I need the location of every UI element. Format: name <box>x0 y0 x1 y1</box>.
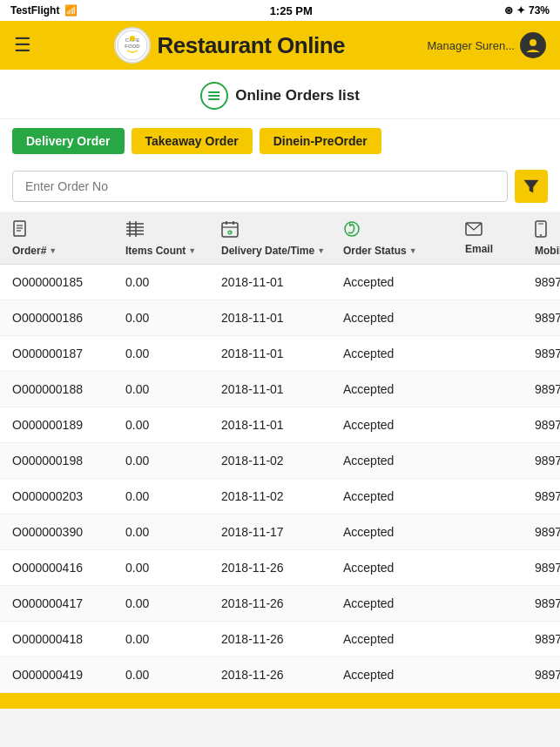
delivery-date: 2018-11-01 <box>221 275 343 289</box>
search-input[interactable] <box>12 171 508 202</box>
mobile-value: 9897777988 <box>535 275 560 289</box>
col-datetime[interactable]: Delivery Date/Time ▼ <box>221 220 343 257</box>
svg-point-10 <box>208 98 210 100</box>
order-status: Accepted <box>343 489 465 503</box>
items-count: 0.00 <box>125 632 221 646</box>
status-time: 1:25 PM <box>270 4 313 17</box>
table-row[interactable]: O000000185 0.00 2018-11-01 Accepted 9897… <box>0 265 560 300</box>
delivery-date: 2018-11-17 <box>221 525 343 539</box>
order-number: O000000187 <box>12 347 125 360</box>
col-email: Email <box>465 222 535 255</box>
delivery-date: 2018-11-01 <box>221 311 343 325</box>
table-row[interactable]: O000000416 0.00 2018-11-26 Accepted 9897… <box>0 550 560 586</box>
bluetooth-icon: ⊛ <box>504 4 513 17</box>
orders-header-title: Online Orders list <box>235 87 360 104</box>
table-body: O000000185 0.00 2018-11-01 Accepted 9897… <box>0 265 560 693</box>
items-count: 0.00 <box>125 525 221 539</box>
mobile-value: 9897777988 <box>535 596 560 610</box>
datetime-col-icon <box>221 220 239 242</box>
mobile-value: 9897777988 <box>535 632 560 646</box>
status-right: ⊛ ✦ 73% <box>504 4 550 17</box>
delivery-date: 2018-11-01 <box>221 382 343 396</box>
hamburger-menu-button[interactable]: ☰ <box>14 36 31 55</box>
items-count: 0.00 <box>125 275 221 289</box>
mobile-value: 9897777988 <box>535 382 560 396</box>
delivery-date: 2018-11-26 <box>221 668 343 682</box>
status-bar: TestFlight 📶 1:25 PM ⊛ ✦ 73% <box>0 0 560 21</box>
table-row[interactable]: O000000390 0.00 2018-11-17 Accepted 9897… <box>0 515 560 550</box>
delivery-date: 2018-11-02 <box>221 489 343 503</box>
order-status: Accepted <box>343 561 465 575</box>
items-count: 0.00 <box>125 382 221 396</box>
search-row <box>0 163 560 212</box>
mobile-value: 9897777988 <box>535 311 560 325</box>
order-number: O000000419 <box>12 668 125 682</box>
items-count: 0.00 <box>125 311 221 325</box>
col-email-label: Email <box>465 243 493 255</box>
col-mobile-label: Mobile <box>535 245 560 257</box>
order-status: Accepted <box>343 454 465 468</box>
mobile-value: 9897777988 <box>535 489 560 503</box>
order-number: O000000417 <box>12 596 125 610</box>
col-datetime-label: Delivery Date/Time ▼ <box>221 245 325 257</box>
col-items-label: Items Count ▼ <box>125 245 196 257</box>
mobile-col-icon <box>535 220 547 242</box>
svg-point-9 <box>208 95 210 97</box>
table-row[interactable]: O000000187 0.00 2018-11-01 Accepted 9897… <box>0 336 560 372</box>
order-status: Accepted <box>343 275 465 289</box>
status-sort-icon: ▼ <box>409 246 417 255</box>
svg-point-8 <box>208 91 210 93</box>
order-number: O000000198 <box>12 454 125 468</box>
items-count: 0.00 <box>125 347 221 360</box>
col-status-label: Order Status ▼ <box>343 245 417 257</box>
tab-dinein-preorder[interactable]: Dinein-PreOrder <box>260 128 381 154</box>
header-right: Manager Suren... <box>428 32 546 58</box>
tab-delivery-order[interactable]: Delivery Order <box>12 128 125 154</box>
delivery-date: 2018-11-01 <box>221 418 343 432</box>
online-orders-header: Online Orders list <box>0 70 560 119</box>
app-header: ☰ CAFE FOOD Restaurant Online Manager Su… <box>0 21 560 70</box>
app-title: Restaurant Online <box>158 32 345 59</box>
col-items[interactable]: Items Count ▼ <box>125 220 221 257</box>
order-number: O000000185 <box>12 275 125 289</box>
col-status[interactable]: Order Status ▼ <box>343 220 465 257</box>
table-row[interactable]: O000000188 0.00 2018-11-01 Accepted 9897… <box>0 372 560 407</box>
mobile-value: 9897777988 <box>535 347 560 360</box>
table-row[interactable]: O000000189 0.00 2018-11-01 Accepted 9897… <box>0 407 560 443</box>
table-row[interactable]: O000000198 0.00 2018-11-02 Accepted 9897… <box>0 443 560 479</box>
filter-button[interactable] <box>515 170 548 203</box>
battery-icon: ✦ <box>516 4 525 17</box>
order-status: Accepted <box>343 418 465 432</box>
user-profile-icon[interactable] <box>520 32 546 58</box>
logo-svg: CAFE FOOD <box>117 30 148 61</box>
order-col-icon <box>12 220 30 242</box>
header-left: ☰ <box>14 36 31 55</box>
svg-marker-11 <box>524 180 538 192</box>
svg-rect-22 <box>222 223 238 237</box>
col-order[interactable]: Order# ▼ <box>12 220 125 257</box>
header-center: CAFE FOOD Restaurant Online <box>114 27 345 64</box>
items-count: 0.00 <box>125 489 221 503</box>
order-status: Accepted <box>343 525 465 539</box>
mobile-value: 9897777988 <box>535 454 560 468</box>
table-row[interactable]: O000000418 0.00 2018-11-26 Accepted 9897… <box>0 622 560 657</box>
table-row[interactable]: O000000186 0.00 2018-11-01 Accepted 9897… <box>0 300 560 336</box>
items-count: 0.00 <box>125 454 221 468</box>
email-col-icon <box>465 222 482 240</box>
table-row[interactable]: O000000417 0.00 2018-11-26 Accepted 9897… <box>0 586 560 622</box>
tab-takeaway-order[interactable]: Takeaway Order <box>132 128 253 154</box>
order-number: O000000188 <box>12 382 125 396</box>
items-sort-icon: ▼ <box>188 246 196 255</box>
items-count: 0.00 <box>125 596 221 610</box>
svg-point-3 <box>130 36 135 41</box>
orders-list-icon <box>200 82 228 110</box>
orders-table: Order# ▼ Items Count ▼ <box>0 213 560 693</box>
items-count: 0.00 <box>125 561 221 575</box>
table-row[interactable]: O000000419 0.00 2018-11-26 Accepted 9897… <box>0 657 560 693</box>
delivery-date: 2018-11-26 <box>221 596 343 610</box>
order-status: Accepted <box>343 382 465 396</box>
order-number: O000000418 <box>12 632 125 646</box>
filter-icon <box>523 178 539 194</box>
mobile-value: 9897777988 <box>535 668 560 682</box>
table-row[interactable]: O000000203 0.00 2018-11-02 Accepted 9897… <box>0 479 560 515</box>
